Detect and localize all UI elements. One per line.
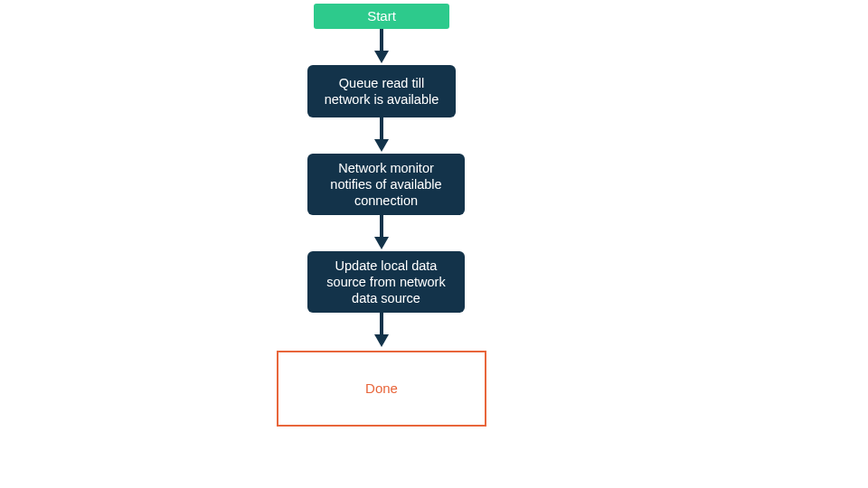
arrow-down-icon — [373, 215, 390, 249]
step-label: Queue read till network is available — [320, 75, 443, 108]
done-label: Done — [365, 380, 398, 398]
svg-marker-7 — [374, 334, 389, 347]
step-node-queue-read: Queue read till network is available — [307, 65, 456, 117]
start-label: Start — [367, 8, 396, 25]
flowchart: Start Queue read till network is availab… — [0, 0, 868, 488]
step-node-update-local: Update local data source from network da… — [307, 251, 465, 313]
start-node: Start — [314, 4, 449, 29]
svg-marker-5 — [374, 237, 389, 249]
svg-marker-1 — [374, 51, 389, 63]
done-node: Done — [277, 351, 486, 427]
svg-marker-3 — [374, 139, 389, 152]
arrow-down-icon — [373, 29, 390, 63]
step-label: Network monitor notifies of available co… — [320, 160, 452, 209]
step-label: Update local data source from network da… — [320, 258, 452, 306]
arrow-down-icon — [373, 117, 390, 152]
arrow-down-icon — [373, 313, 390, 347]
step-node-network-monitor: Network monitor notifies of available co… — [307, 154, 465, 215]
